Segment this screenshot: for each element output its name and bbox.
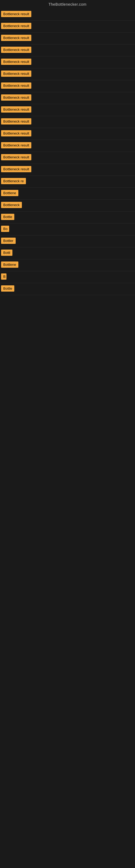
result-row-23: B — [0, 271, 135, 283]
result-row-13: Bottleneck result — [0, 152, 135, 164]
results-list: Bottleneck resultBottleneck resultBottle… — [0, 9, 135, 295]
bottleneck-badge-15[interactable]: Bottleneck re — [1, 178, 26, 184]
result-row-3: Bottleneck result — [0, 33, 135, 44]
bottleneck-badge-22[interactable]: Bottlene — [1, 261, 18, 268]
bottleneck-badge-18[interactable]: Bottle — [1, 214, 14, 220]
bottleneck-badge-14[interactable]: Bottleneck result — [1, 166, 31, 172]
result-row-1: Bottleneck result — [0, 9, 135, 21]
bottleneck-badge-7[interactable]: Bottleneck result — [1, 83, 31, 89]
bottleneck-badge-17[interactable]: Bottleneck — [1, 202, 22, 208]
result-row-14: Bottleneck result — [0, 164, 135, 176]
bottleneck-badge-19[interactable]: Bo — [1, 226, 9, 232]
bottleneck-badge-5[interactable]: Bottleneck result — [1, 59, 31, 65]
result-row-22: Bottlene — [0, 259, 135, 271]
bottleneck-badge-20[interactable]: Bottler — [1, 238, 16, 244]
result-row-15: Bottleneck re — [0, 176, 135, 188]
result-row-12: Bottleneck result — [0, 140, 135, 152]
bottleneck-badge-10[interactable]: Bottleneck result — [1, 118, 31, 124]
result-row-11: Bottleneck result — [0, 128, 135, 140]
bottleneck-badge-2[interactable]: Bottleneck result — [1, 23, 31, 29]
result-row-4: Bottleneck result — [0, 44, 135, 56]
result-row-8: Bottleneck result — [0, 92, 135, 104]
result-row-6: Bottleneck result — [0, 68, 135, 80]
result-row-5: Bottleneck result — [0, 56, 135, 68]
bottleneck-badge-23[interactable]: B — [1, 273, 6, 280]
site-title: TheBottlenecker.com — [0, 0, 135, 9]
bottleneck-badge-3[interactable]: Bottleneck result — [1, 35, 31, 41]
result-row-18: Bottle — [0, 212, 135, 223]
bottleneck-badge-11[interactable]: Bottleneck result — [1, 130, 31, 136]
result-row-10: Bottleneck result — [0, 116, 135, 128]
bottleneck-badge-8[interactable]: Bottleneck result — [1, 94, 31, 101]
result-row-20: Bottler — [0, 236, 135, 247]
bottleneck-badge-1[interactable]: Bottleneck result — [1, 11, 31, 17]
bottleneck-badge-16[interactable]: Bottlene — [1, 190, 18, 196]
bottleneck-badge-13[interactable]: Bottleneck result — [1, 154, 31, 160]
result-row-9: Bottleneck result — [0, 104, 135, 116]
result-row-19: Bo — [0, 223, 135, 236]
result-row-16: Bottlene — [0, 188, 135, 199]
bottleneck-badge-4[interactable]: Bottleneck result — [1, 46, 31, 53]
bottleneck-badge-9[interactable]: Bottleneck result — [1, 106, 31, 113]
result-row-24: Bottle — [0, 283, 135, 295]
page-wrapper: TheBottlenecker.com Bottleneck resultBot… — [0, 0, 135, 295]
bottleneck-badge-21[interactable]: Bottl — [1, 250, 12, 256]
result-row-2: Bottleneck result — [0, 21, 135, 33]
bottleneck-badge-24[interactable]: Bottle — [1, 285, 14, 291]
result-row-17: Bottleneck — [0, 199, 135, 212]
result-row-7: Bottleneck result — [0, 80, 135, 92]
result-row-21: Bottl — [0, 247, 135, 259]
bottleneck-badge-6[interactable]: Bottleneck result — [1, 70, 31, 77]
bottleneck-badge-12[interactable]: Bottleneck result — [1, 142, 31, 148]
